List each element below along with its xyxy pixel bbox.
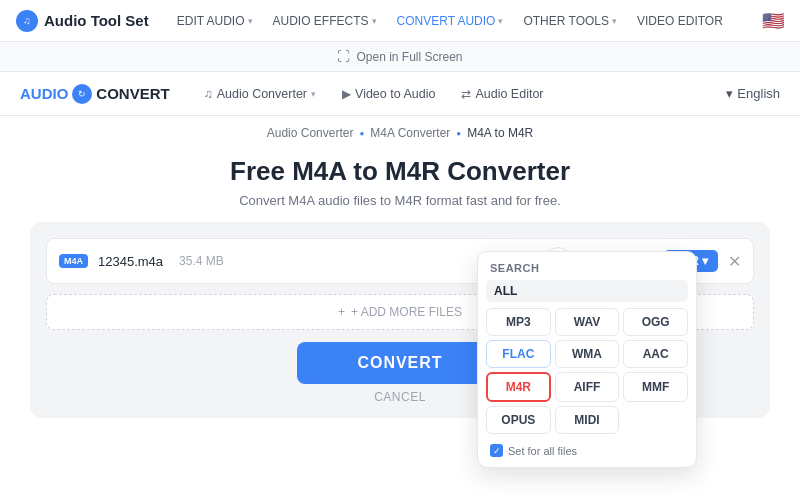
dropdown-search-label: SEARCH (486, 260, 688, 280)
fullscreen-label: Open in Full Screen (356, 50, 462, 64)
format-flac[interactable]: FLAC (486, 340, 551, 368)
breadcrumb-item-2[interactable]: M4A Converter (370, 126, 450, 140)
file-name: 12345.m4a (98, 254, 163, 269)
dropdown-all-option[interactable]: ALL (486, 280, 688, 302)
format-mmf[interactable]: MMF (623, 372, 688, 402)
plus-icon: + (338, 305, 345, 319)
top-nav-items: EDIT AUDIO ▾ AUDIO EFFECTS ▾ CONVERT AUD… (169, 0, 762, 42)
chevron-down-icon: ▾ (248, 16, 253, 26)
editor-icon: ⇄ (461, 87, 471, 101)
remove-file-button[interactable]: ✕ (728, 252, 741, 271)
format-dropdown: SEARCH ALL MP3 WAV OGG FLAC WMA AAC M4R … (477, 251, 697, 468)
brand-convert: CONVERT (96, 85, 169, 102)
nav-other-tools[interactable]: OTHER TOOLS ▾ (515, 0, 625, 42)
language-label: English (737, 86, 780, 101)
nav-video-editor[interactable]: VIDEO EDITOR (629, 0, 731, 42)
cancel-button[interactable]: CANCEL (374, 390, 426, 404)
nav-edit-audio[interactable]: EDIT AUDIO ▾ (169, 0, 261, 42)
secondary-nav: AUDIO ↻ CONVERT ♫ Audio Converter ▾ ▶ Vi… (0, 72, 800, 116)
converter-panel: M4A 12345.m4a 35.4 MB ⚙ CONVERT TO M4R ▾… (30, 222, 770, 418)
chevron-down-icon: ▾ (726, 86, 733, 101)
format-opus[interactable]: OPUS (486, 406, 551, 434)
sec-nav-audio-editor[interactable]: ⇄ Audio Editor (451, 72, 553, 116)
sec-nav-items: ♫ Audio Converter ▾ ▶ Video to Audio ⇄ A… (194, 72, 727, 116)
chevron-down-icon: ▾ (702, 254, 708, 268)
convert-button[interactable]: CONVERT (297, 342, 502, 384)
hero-section: Free M4A to M4R Converter Convert M4A au… (0, 146, 800, 222)
page-subtitle: Convert M4A audio files to M4R format fa… (0, 193, 800, 208)
checkbox-icon: ✓ (490, 444, 503, 457)
set-all-label: Set for all files (508, 445, 577, 457)
format-midi[interactable]: MIDI (555, 406, 620, 434)
language-selector[interactable]: ▾ English (726, 86, 780, 101)
brand-audio: AUDIO (20, 85, 68, 102)
brand-logo[interactable]: AUDIO ↻ CONVERT (20, 84, 170, 104)
logo[interactable]: ♫ Audio Tool Set (16, 10, 149, 32)
sec-nav-audio-converter[interactable]: ♫ Audio Converter ▾ (194, 72, 326, 116)
video-icon: ▶ (342, 87, 351, 101)
nav-convert-audio[interactable]: CONVERT AUDIO ▾ (389, 0, 512, 42)
breadcrumb: Audio Converter ● M4A Converter ● M4A to… (0, 116, 800, 146)
music-icon: ♫ (204, 87, 213, 101)
breadcrumb-separator: ● (456, 129, 461, 138)
format-m4r[interactable]: M4R (486, 372, 551, 402)
format-aiff[interactable]: AIFF (555, 372, 620, 402)
language-flag[interactable]: 🇺🇸 (762, 10, 784, 32)
breadcrumb-item-3: M4A to M4R (467, 126, 533, 140)
top-nav: ♫ Audio Tool Set EDIT AUDIO ▾ AUDIO EFFE… (0, 0, 800, 42)
expand-icon: ⛶ (337, 49, 350, 64)
file-size: 35.4 MB (179, 254, 224, 268)
chevron-down-icon: ▾ (311, 89, 316, 99)
format-wma[interactable]: WMA (555, 340, 620, 368)
breadcrumb-separator: ● (359, 129, 364, 138)
format-aac[interactable]: AAC (623, 340, 688, 368)
nav-audio-effects[interactable]: AUDIO EFFECTS ▾ (265, 0, 385, 42)
page-title: Free M4A to M4R Converter (0, 156, 800, 187)
chevron-down-icon: ▾ (372, 16, 377, 26)
format-ogg[interactable]: OGG (623, 308, 688, 336)
format-mp3[interactable]: MP3 (486, 308, 551, 336)
file-item: M4A 12345.m4a 35.4 MB ⚙ CONVERT TO M4R ▾… (46, 238, 754, 284)
add-more-label: + ADD MORE FILES (351, 305, 462, 319)
format-wav[interactable]: WAV (555, 308, 620, 336)
chevron-down-icon: ▾ (612, 16, 617, 26)
logo-text: Audio Tool Set (44, 12, 149, 29)
logo-icon: ♫ (16, 10, 38, 32)
format-grid: MP3 WAV OGG FLAC WMA AAC M4R AIFF MMF OP… (486, 308, 688, 434)
fullscreen-bar[interactable]: ⛶ Open in Full Screen (0, 42, 800, 72)
sec-nav-video-to-audio[interactable]: ▶ Video to Audio (332, 72, 445, 116)
file-type-badge: M4A (59, 254, 88, 268)
set-all-option[interactable]: ✓ Set for all files (486, 442, 688, 459)
breadcrumb-item-1[interactable]: Audio Converter (267, 126, 354, 140)
brand-rotate-icon: ↻ (72, 84, 92, 104)
chevron-down-icon: ▾ (498, 16, 503, 26)
